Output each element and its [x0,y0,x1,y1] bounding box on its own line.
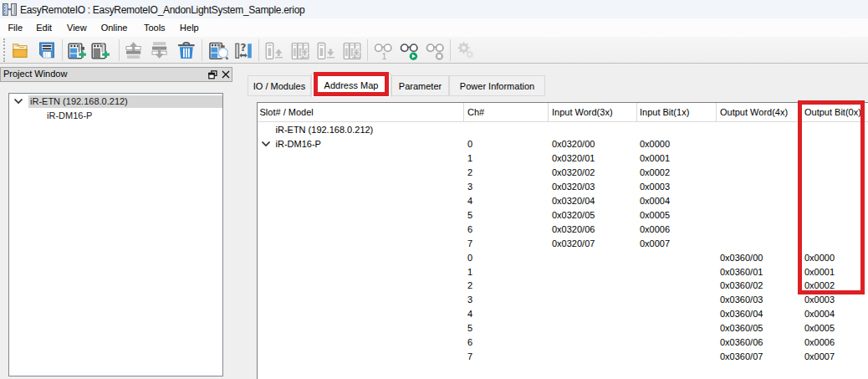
detect-module-icon[interactable] [208,40,228,60]
cell-ib[interactable]: 0x0005 [640,208,670,223]
cell-ib[interactable]: 0x0006 [640,223,670,237]
menu-online[interactable]: Online [101,18,128,37]
table-row[interactable]: iR-ETN (192.168.0.212) [258,123,868,137]
table-row[interactable]: 50x0320/050x0005 [258,208,868,223]
column-header[interactable]: Output Word(4x) [720,103,788,121]
cell-slot[interactable]: iR-ETN (192.168.0.212) [276,123,374,137]
chevron-down-icon[interactable] [13,96,23,106]
cell-ib[interactable]: 0x0004 [640,194,670,208]
cell-ow[interactable]: 0x0360/06 [720,335,763,350]
table-row[interactable]: 20x0320/020x0002 [258,166,868,180]
table-row[interactable]: 10x0320/010x0001 [258,151,868,166]
chevron-down-icon[interactable] [261,139,271,149]
cell-ow[interactable]: 0x0360/01 [720,265,763,279]
table-row[interactable]: 70x0360/070x0007 [258,350,868,364]
menu-edit[interactable]: Edit [36,18,52,37]
cell-ch[interactable]: 6 [467,223,472,237]
cell-ob[interactable]: 0x0006 [804,335,835,350]
cell-ch[interactable]: 6 [467,335,472,350]
cell-ow[interactable]: 0x0360/05 [720,321,763,335]
cell-slot[interactable]: iR-DM16-P [276,137,321,151]
cell-iw[interactable]: 0x0320/07 [552,237,595,251]
table-row[interactable]: 60x0320/060x0006 [258,223,868,237]
cell-ch[interactable]: 2 [467,166,472,180]
menu-file[interactable]: File [8,18,23,37]
cell-iw[interactable]: 0x0320/00 [552,137,595,151]
cell-iw[interactable]: 0x0320/04 [552,194,595,208]
tree-item-label[interactable]: iR-ETN (192.168.0.212) [30,95,128,109]
cell-iw[interactable]: 0x0320/06 [552,223,595,237]
table-row[interactable]: 60x0360/060x0006 [258,335,868,350]
cell-ib[interactable]: 0x0003 [640,180,670,194]
table-row[interactable]: 30x0320/030x0003 [258,180,868,194]
download-all-modules-icon[interactable] [342,40,362,60]
add-head-module-icon[interactable] [68,40,88,60]
tree-item-label[interactable]: iR-DM16-P [47,109,92,123]
cell-ch[interactable]: 5 [467,321,472,335]
settings-gears-icon[interactable] [456,40,476,60]
delete-module-icon[interactable] [176,40,197,60]
tab-parameter[interactable]: Parameter [391,75,449,96]
cell-ch[interactable]: 5 [467,208,472,223]
table-row[interactable]: 50x0360/050x0005 [258,321,868,335]
cell-ch[interactable]: 2 [467,279,472,293]
download-module-icon[interactable] [316,40,336,60]
cell-ib[interactable]: 0x0001 [640,151,670,166]
cell-iw[interactable]: 0x0320/03 [552,180,595,194]
tab-io-modules[interactable]: IO / Modules [248,75,311,96]
cell-iw[interactable]: 0x0320/02 [552,166,595,180]
cell-ib[interactable]: 0x0000 [640,137,670,151]
open-folder-icon[interactable] [9,40,29,60]
tab-power-information[interactable]: Power Information [449,75,545,96]
add-expansion-module-icon[interactable] [91,40,111,60]
column-header[interactable]: Ch# [467,103,484,121]
cell-ch[interactable]: 1 [467,151,472,166]
save-icon[interactable] [37,40,57,60]
float-panel-icon[interactable] [208,70,217,79]
table-row[interactable]: 70x0320/070x0007 [258,237,868,251]
monitor-stop-icon[interactable] [425,40,445,60]
cell-ob[interactable]: 0x0007 [804,350,835,364]
cell-ib[interactable]: 0x0007 [640,237,670,251]
cell-ow[interactable]: 0x0360/04 [720,307,763,321]
cell-ow[interactable]: 0x0360/00 [720,251,763,265]
move-module-up-icon[interactable] [124,40,144,60]
table-row[interactable]: 30x0360/030x0003 [258,293,868,307]
column-header[interactable]: Input Word(3x) [552,103,613,121]
table-row[interactable]: 10x0360/010x0001 [258,265,868,279]
menu-view[interactable]: View [67,18,87,37]
menu-help[interactable]: Help [180,18,199,37]
cell-ow[interactable]: 0x0360/02 [720,279,763,293]
table-row[interactable]: 40x0320/040x0004 [258,194,868,208]
cell-ch[interactable]: 3 [467,293,472,307]
cell-ch[interactable]: 0 [467,251,472,265]
cell-ch[interactable]: 4 [467,194,472,208]
cell-ch[interactable]: 1 [467,265,472,279]
column-header[interactable]: Input Bit(1x) [640,103,689,121]
table-row[interactable]: 00x0360/000x0000 [258,251,868,265]
cell-ow[interactable]: 0x0360/07 [720,350,763,364]
menu-tools[interactable]: Tools [144,18,166,37]
cell-ob[interactable]: 0x0004 [804,307,835,321]
cell-ib[interactable]: 0x0002 [640,166,670,180]
cell-ch[interactable]: 4 [467,307,472,321]
cell-ob[interactable]: 0x0005 [804,321,835,335]
cell-ch[interactable]: 7 [467,237,472,251]
cell-ow[interactable]: 0x0360/03 [720,293,763,307]
cell-ch[interactable]: 7 [467,350,472,364]
table-row[interactable]: 20x0360/020x0002 [258,279,868,293]
tree-item[interactable]: iR-DM16-P [10,109,222,123]
cell-iw[interactable]: 0x0320/05 [552,208,595,223]
monitor-once-icon[interactable]: 1 [373,40,393,60]
cell-ch[interactable]: 3 [467,180,472,194]
table-row[interactable]: iR-DM16-P00x0320/000x0000 [258,137,868,151]
upload-all-modules-icon[interactable] [290,40,310,60]
toolbar-drag-handle[interactable] [3,38,5,62]
tree-item[interactable]: iR-ETN (192.168.0.212) [10,95,222,109]
move-module-down-icon[interactable] [150,40,170,60]
upload-module-icon[interactable] [264,40,284,60]
cell-ob[interactable]: 0x0003 [804,293,835,307]
cell-ch[interactable]: 0 [467,137,472,151]
cell-iw[interactable]: 0x0320/01 [552,151,595,166]
column-header[interactable]: Slot# / Model [260,103,314,121]
